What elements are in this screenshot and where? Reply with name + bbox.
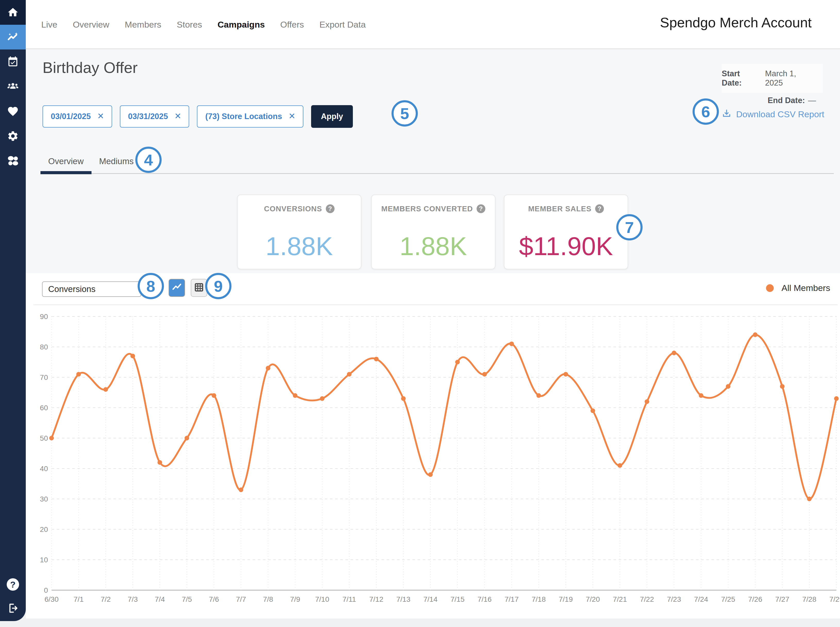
stat-value: $11.90K bbox=[504, 225, 627, 267]
stat-card-header: CONVERSIONS? bbox=[238, 204, 361, 213]
svg-text:7/7: 7/7 bbox=[236, 595, 246, 603]
stat-label: MEMBER SALES bbox=[528, 205, 591, 213]
svg-text:7/16: 7/16 bbox=[478, 595, 492, 603]
conversions-line-chart[interactable]: 01020304050607080906/307/17/27/37/47/57/… bbox=[0, 296, 840, 619]
nav-item-overview[interactable]: Overview bbox=[72, 20, 109, 30]
members-icon bbox=[6, 80, 19, 93]
annotation-circle-8: 8 bbox=[138, 273, 164, 299]
sidebar-item-calendar-check[interactable] bbox=[0, 49, 26, 74]
sidebar-item-members[interactable] bbox=[0, 74, 26, 99]
nav-item-campaigns[interactable]: Campaigns bbox=[217, 20, 265, 30]
legend-dot bbox=[766, 284, 774, 292]
filter-chip-label: 03/31/2025 bbox=[128, 112, 168, 121]
end-date-row: End Date: — bbox=[722, 95, 823, 106]
stat-card-member-sales: MEMBER SALES?$11.90K bbox=[504, 195, 628, 269]
nav-item-stores[interactable]: Stores bbox=[177, 20, 202, 30]
sidebar-item-gear[interactable] bbox=[0, 124, 26, 148]
svg-text:7/3: 7/3 bbox=[128, 595, 138, 603]
svg-text:10: 10 bbox=[40, 556, 48, 564]
svg-text:7/19: 7/19 bbox=[559, 595, 573, 603]
svg-text:7/29: 7/29 bbox=[829, 595, 840, 603]
stat-card-members-converted: MEMBERS CONVERTED?1.88K bbox=[371, 195, 495, 269]
svg-text:7/4: 7/4 bbox=[155, 595, 165, 603]
svg-text:7/26: 7/26 bbox=[748, 595, 763, 603]
filter-chip-label: 03/01/2025 bbox=[51, 112, 91, 121]
gear-icon bbox=[7, 130, 19, 142]
stat-label: CONVERSIONS bbox=[264, 205, 322, 213]
account-title: Spendgo Merch Account bbox=[660, 14, 812, 30]
stat-label: MEMBERS CONVERTED bbox=[381, 205, 473, 213]
nav-item-offers[interactable]: Offers bbox=[280, 20, 304, 30]
svg-text:50: 50 bbox=[40, 434, 48, 442]
svg-text:7/15: 7/15 bbox=[451, 595, 465, 603]
start-date-label: Start Date: bbox=[722, 69, 762, 88]
tab-mediums[interactable]: Mediums bbox=[91, 151, 142, 171]
svg-text:80: 80 bbox=[40, 343, 48, 351]
svg-text:20: 20 bbox=[40, 525, 48, 534]
annotation-circle-9: 9 bbox=[205, 273, 232, 299]
sidebar-item-help[interactable]: ? bbox=[0, 573, 26, 596]
svg-text:7/9: 7/9 bbox=[290, 595, 300, 603]
table-view-button[interactable] bbox=[191, 279, 207, 297]
tab-overview[interactable]: Overview bbox=[41, 151, 91, 171]
page-title: Birthday Offer bbox=[43, 59, 138, 77]
svg-text:7/11: 7/11 bbox=[342, 595, 356, 603]
sidebar-item-heart[interactable] bbox=[0, 99, 26, 124]
help-tooltip-icon[interactable]: ? bbox=[595, 204, 604, 213]
start-date-value: March 1, 2025 bbox=[765, 69, 816, 88]
svg-text:7/25: 7/25 bbox=[721, 595, 735, 603]
logout-icon bbox=[7, 602, 19, 614]
sidebar-item-components[interactable] bbox=[0, 148, 26, 173]
nav-item-members[interactable]: Members bbox=[125, 20, 161, 30]
filter-chip-2[interactable]: (73) Store Locations× bbox=[197, 106, 303, 128]
metric-select[interactable]: Conversions bbox=[42, 281, 141, 297]
svg-text:7/10: 7/10 bbox=[315, 595, 329, 603]
help-tooltip-icon[interactable]: ? bbox=[477, 204, 485, 213]
filter-bar: 03/01/2025×03/31/2025×(73) Store Locatio… bbox=[43, 105, 353, 128]
svg-text:7/6: 7/6 bbox=[209, 595, 219, 603]
remove-filter-icon[interactable]: × bbox=[98, 110, 104, 121]
components-icon bbox=[7, 154, 19, 167]
sidebar: ? bbox=[0, 0, 26, 621]
line-chart-view-button[interactable] bbox=[169, 279, 185, 297]
remove-filter-icon[interactable]: × bbox=[175, 110, 181, 121]
stat-card-header: MEMBER SALES? bbox=[504, 204, 627, 213]
svg-text:6/30: 6/30 bbox=[44, 595, 59, 603]
heart-icon bbox=[7, 106, 19, 117]
sidebar-item-trending[interactable] bbox=[0, 25, 26, 49]
legend-label: All Members bbox=[782, 283, 830, 293]
stat-value: 1.88K bbox=[372, 225, 495, 267]
stat-card-header: MEMBERS CONVERTED? bbox=[372, 204, 495, 213]
remove-filter-icon[interactable]: × bbox=[289, 110, 295, 121]
end-date-label: End Date: bbox=[768, 96, 805, 105]
line-chart-icon bbox=[171, 282, 183, 294]
home-icon bbox=[7, 6, 19, 18]
svg-text:7/5: 7/5 bbox=[182, 595, 192, 603]
download-csv-link[interactable]: Download CSV Report bbox=[721, 106, 824, 123]
download-icon bbox=[721, 108, 732, 120]
svg-text:60: 60 bbox=[40, 404, 48, 412]
nav-item-export-data[interactable]: Export Data bbox=[319, 20, 366, 30]
apply-button[interactable]: Apply bbox=[311, 105, 353, 128]
filter-chip-label: (73) Store Locations bbox=[205, 112, 282, 121]
annotation-circle-4: 4 bbox=[135, 147, 162, 173]
nav-item-live[interactable]: Live bbox=[41, 20, 57, 30]
svg-text:0: 0 bbox=[44, 586, 48, 594]
sidebar-item-home[interactable] bbox=[0, 0, 26, 25]
svg-text:70: 70 bbox=[40, 373, 48, 381]
filter-chip-1[interactable]: 03/31/2025× bbox=[120, 106, 189, 128]
filter-chip-0[interactable]: 03/01/2025× bbox=[43, 106, 112, 128]
chart-legend[interactable]: All Members bbox=[766, 283, 830, 293]
svg-text:7/18: 7/18 bbox=[532, 595, 546, 603]
svg-text:7/17: 7/17 bbox=[505, 595, 519, 603]
help-icon: ? bbox=[7, 578, 19, 591]
svg-text:7/12: 7/12 bbox=[369, 595, 383, 603]
svg-text:7/24: 7/24 bbox=[694, 595, 708, 603]
annotation-circle-6: 6 bbox=[693, 98, 719, 125]
svg-text:7/13: 7/13 bbox=[396, 595, 411, 603]
help-tooltip-icon[interactable]: ? bbox=[326, 204, 334, 213]
table-grid-icon bbox=[194, 282, 204, 294]
sidebar-item-logout[interactable] bbox=[0, 596, 26, 620]
top-header: LiveOverviewMembersStoresCampaignsOffers… bbox=[26, 0, 840, 49]
annotation-circle-5: 5 bbox=[391, 100, 418, 126]
